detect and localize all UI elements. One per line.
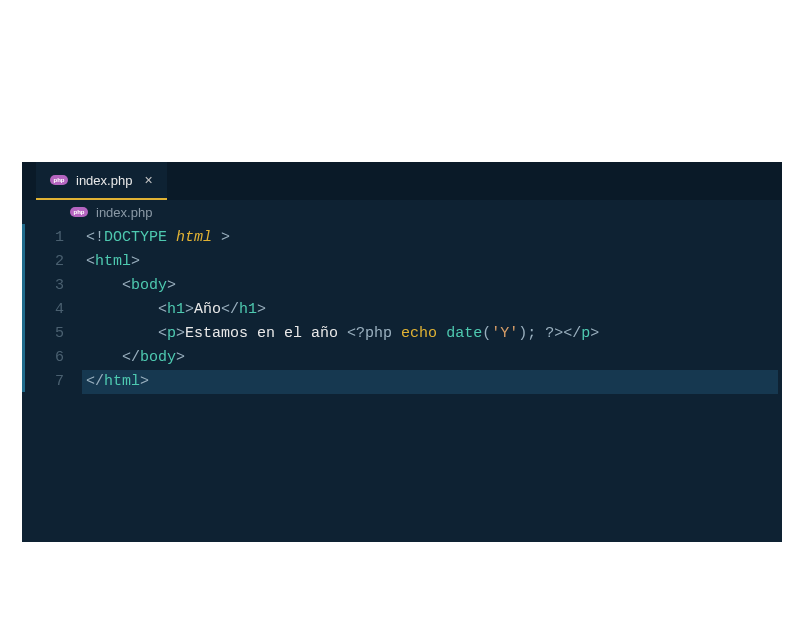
code-line-active[interactable]: </html> bbox=[82, 370, 778, 394]
code-line[interactable]: </body> bbox=[82, 346, 782, 370]
php-icon: php bbox=[50, 175, 68, 185]
close-icon[interactable]: × bbox=[144, 172, 152, 188]
editor-window: php index.php × php index.php 1 2 3 4 5 … bbox=[22, 162, 782, 542]
code-lines[interactable]: <!DOCTYPE html > <html> <body> <h1>Año</… bbox=[82, 226, 782, 542]
line-number: 5 bbox=[22, 322, 64, 346]
code-line[interactable]: <p>Estamos en el año <?php echo date('Y'… bbox=[82, 322, 782, 346]
breadcrumb-label: index.php bbox=[96, 205, 152, 220]
breadcrumb: php index.php bbox=[22, 200, 782, 224]
code-line[interactable]: <html> bbox=[82, 250, 782, 274]
line-number: 4 bbox=[22, 298, 64, 322]
code-line[interactable]: <!DOCTYPE html > bbox=[82, 226, 782, 250]
line-number: 3 bbox=[22, 274, 64, 298]
code-area[interactable]: 1 2 3 4 5 6 7 <!DOCTYPE html > <html> <b… bbox=[22, 224, 782, 542]
php-icon: php bbox=[70, 207, 88, 217]
line-number: 6 bbox=[22, 346, 64, 370]
code-line[interactable]: <body> bbox=[82, 274, 782, 298]
tab-bar: php index.php × bbox=[22, 162, 782, 200]
line-number: 2 bbox=[22, 250, 64, 274]
tab-label: index.php bbox=[76, 173, 132, 188]
line-number: 7 bbox=[22, 370, 64, 394]
line-number: 1 bbox=[22, 226, 64, 250]
gutter-change-marker bbox=[22, 224, 25, 392]
tab-index-php[interactable]: php index.php × bbox=[36, 162, 167, 200]
line-number-gutter: 1 2 3 4 5 6 7 bbox=[22, 226, 82, 542]
code-line[interactable]: <h1>Año</h1> bbox=[82, 298, 782, 322]
